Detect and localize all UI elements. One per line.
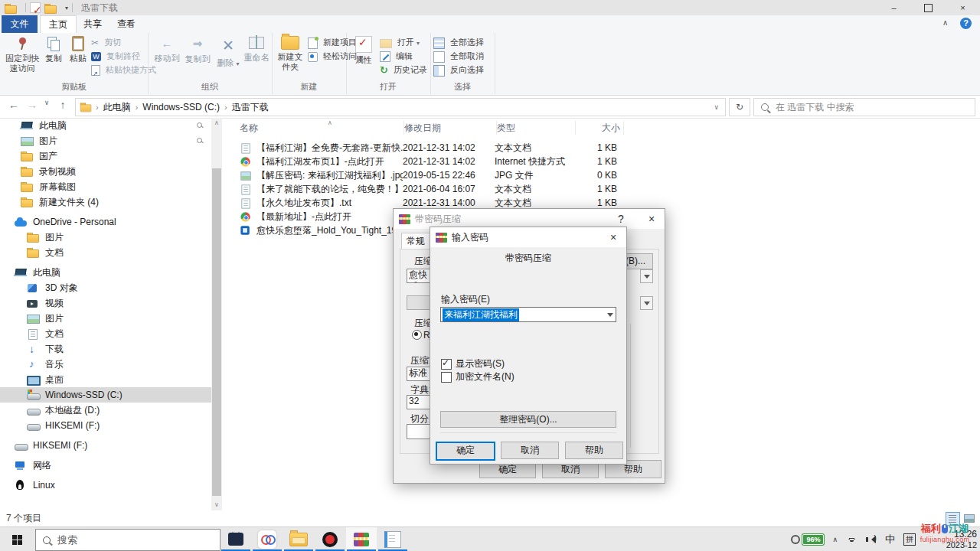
sidebar-item[interactable]: HIKSEMI (F:) xyxy=(0,438,211,453)
sidebar-item[interactable]: 录制视频 xyxy=(0,164,211,179)
ribbon-medium-button[interactable]: 删除 xyxy=(215,34,241,79)
column-header-name[interactable]: 名称 ∧ xyxy=(240,121,404,135)
refresh-button[interactable]: ↻ xyxy=(729,98,750,116)
column-header-type[interactable]: 类型 xyxy=(497,121,576,135)
combobox-arrow-icon[interactable] xyxy=(640,269,653,283)
sidebar-item[interactable]: 3D 对象 xyxy=(0,280,211,295)
password-combobox[interactable]: 来福利江湖找福利 xyxy=(440,307,616,322)
file-row[interactable]: 【解压密码: 来福利江湖找福利】.jpg 2019-05-15 22:46 JP… xyxy=(226,168,980,182)
tab-file[interactable]: 文件 xyxy=(2,15,38,33)
taskbar-app-recorder[interactable] xyxy=(315,527,345,551)
ribbon-small-button[interactable]: 反向选择 xyxy=(433,63,493,77)
rar-radio[interactable] xyxy=(412,330,422,340)
start-button[interactable] xyxy=(0,527,34,551)
ribbon-small-button[interactable]: 打开 xyxy=(380,35,429,49)
sidebar-item[interactable]: OneDrive - Personal xyxy=(0,214,211,230)
show-password-checkbox[interactable] xyxy=(441,359,452,370)
scrollbar-thumb[interactable] xyxy=(212,168,221,496)
ime-language[interactable]: 中 xyxy=(885,533,895,546)
sidebar-scrollbar[interactable]: ∧ ∨ xyxy=(211,118,222,510)
help-icon[interactable]: ? xyxy=(960,18,972,29)
file-row[interactable]: 【来了就能下载的论坛，纯免费！】.txt 2021-06-04 16:07 文本… xyxy=(226,182,980,196)
ok-button[interactable]: 确定 xyxy=(436,442,495,461)
help-button[interactable]: 帮助 xyxy=(565,442,623,459)
ribbon-collapse-icon[interactable]: ∧ xyxy=(942,18,948,27)
taskbar-app-rings[interactable] xyxy=(252,527,283,551)
dialog-close-button[interactable]: × xyxy=(600,227,626,247)
breadcrumb-folder[interactable]: 迅雷下载 xyxy=(229,101,272,114)
wifi-icon[interactable] xyxy=(846,536,858,544)
column-header-date[interactable]: 修改日期 xyxy=(404,121,497,135)
paste-button[interactable]: 粘贴 xyxy=(67,34,90,79)
cancel-button[interactable]: 取消 xyxy=(501,442,559,459)
breadcrumb-drive-c[interactable]: Windows-SSD (C:) xyxy=(139,102,223,112)
ribbon-medium-button[interactable]: 重命名 xyxy=(243,34,270,79)
pin-to-quick-access-button[interactable]: 固定到快速访问 xyxy=(4,34,41,79)
file-row[interactable]: 【福利江湖】全免费-无套路-更新快.txt 2021-12-31 14:02 文… xyxy=(226,141,980,155)
encrypt-names-row[interactable]: 加密文件名(N) xyxy=(441,370,514,383)
minimize-button[interactable]: – xyxy=(877,0,911,15)
tab-home[interactable]: 主页 xyxy=(40,15,77,33)
address-dropdown-icon[interactable]: ∨ xyxy=(714,103,725,111)
sidebar-item[interactable]: 图片 xyxy=(0,133,211,148)
recent-locations-icon[interactable]: ∨ xyxy=(41,99,52,106)
new-folder-button[interactable]: 新建文件夹 xyxy=(274,34,306,79)
sidebar-item[interactable]: Windows-SSD (C:) xyxy=(0,387,211,403)
breadcrumb-this-pc[interactable]: 此电脑 xyxy=(100,101,134,114)
sidebar-item[interactable]: 网络 xyxy=(0,458,211,473)
ribbon-small-button[interactable]: 轻松访问 xyxy=(308,49,346,63)
ribbon-small-button[interactable]: 剪切 xyxy=(91,35,148,49)
ribbon-small-button[interactable]: 全部取消 xyxy=(433,49,493,63)
close-button[interactable]: × xyxy=(946,0,980,15)
sidebar-item[interactable]: 桌面 xyxy=(0,372,211,387)
taskbar-search[interactable] xyxy=(35,529,220,551)
sidebar-item[interactable]: 此电脑 xyxy=(0,265,211,280)
up-icon[interactable]: ↑ xyxy=(55,99,70,111)
combobox-arrow-icon[interactable] xyxy=(640,296,653,310)
copy-button[interactable]: 复制 xyxy=(42,34,65,79)
sidebar-item[interactable]: 国产 xyxy=(0,148,211,164)
breadcrumb[interactable]: › 此电脑 › Windows-SSD (C:) › 迅雷下载 ∨ xyxy=(75,98,726,116)
hidden-icons-chevron[interactable]: ∧ xyxy=(832,536,838,543)
ribbon-small-button[interactable]: 新建项目 xyxy=(308,35,346,49)
scroll-up-icon[interactable]: ∧ xyxy=(211,118,222,129)
battery-indicator[interactable]: 96% xyxy=(791,534,824,545)
taskbar-search-input[interactable] xyxy=(56,533,220,546)
back-icon[interactable]: ← xyxy=(6,99,21,111)
taskbar-app-notepad[interactable] xyxy=(377,527,408,551)
volume-icon[interactable]: ) xyxy=(866,535,877,544)
qat-properties-icon[interactable] xyxy=(30,2,41,13)
sidebar-item[interactable]: 屏幕截图 xyxy=(0,179,211,194)
sidebar-item[interactable]: Linux xyxy=(0,478,211,493)
sidebar-item[interactable]: 文档 xyxy=(0,245,211,260)
column-header-size[interactable]: 大小 xyxy=(576,121,624,135)
taskbar-app-winrar[interactable] xyxy=(346,527,377,551)
ribbon-small-button[interactable]: 复制路径 xyxy=(91,49,148,63)
show-password-row[interactable]: 显示密码(S) xyxy=(441,357,505,370)
taskbar-app-explorer[interactable] xyxy=(283,527,314,551)
ribbon-small-button[interactable]: 粘贴快捷方式 xyxy=(91,63,148,77)
scroll-down-icon[interactable]: ∨ xyxy=(211,500,222,510)
ribbon-small-button[interactable]: 编辑 xyxy=(380,49,429,63)
profiles-button[interactable] xyxy=(407,295,432,310)
sidebar-item[interactable]: HIKSEMI (F:) xyxy=(0,418,211,433)
ribbon-medium-button[interactable]: 移动到 xyxy=(152,34,181,79)
qat-folder-icon[interactable] xyxy=(44,3,56,13)
search-input[interactable] xyxy=(774,101,975,113)
sidebar-item[interactable]: 视频 xyxy=(0,295,211,311)
taskbar-app-cat[interactable] xyxy=(220,527,251,551)
tab-view[interactable]: 查看 xyxy=(109,15,144,32)
properties-button[interactable]: 属性 xyxy=(351,34,377,79)
encrypt-names-checkbox[interactable] xyxy=(441,372,452,383)
sidebar-item[interactable]: 图片 xyxy=(0,311,211,326)
dialog-close-button[interactable]: × xyxy=(639,209,665,229)
ribbon-medium-button[interactable]: 复制到 xyxy=(183,34,212,79)
sidebar-item[interactable]: 图片 xyxy=(0,230,211,245)
sidebar-item[interactable]: 新建文件夹 (4) xyxy=(0,194,211,210)
sidebar-item[interactable]: 此电脑 xyxy=(0,118,211,133)
sidebar-item[interactable]: 本地磁盘 (D:) xyxy=(0,403,211,418)
tab-general[interactable]: 常规 xyxy=(401,233,430,249)
qat-customize-caret-icon[interactable]: ▾ xyxy=(65,5,68,11)
sidebar-item[interactable]: 下载 xyxy=(0,341,211,357)
ribbon-small-button[interactable]: 全部选择 xyxy=(433,35,493,49)
